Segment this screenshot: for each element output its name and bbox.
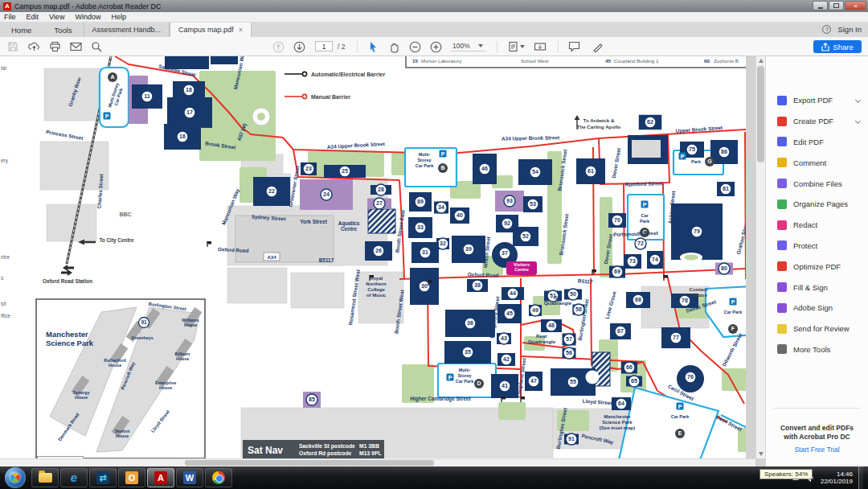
title-bar[interactable]: A Campus map.pdf - Adobe Acrobat Reader …	[0, 0, 868, 12]
share-button[interactable]: Share	[813, 40, 862, 53]
clock[interactable]: 14:46 22/01/2019	[821, 471, 853, 485]
next-page-icon[interactable]	[293, 40, 305, 53]
highlight-pen-icon[interactable]	[592, 40, 604, 53]
hand-tool-icon[interactable]	[387, 40, 400, 53]
chevron-down-icon[interactable]	[855, 97, 861, 103]
zoom-out-icon[interactable]	[408, 40, 421, 53]
panel-item-edit-pdf[interactable]: Edit PDF	[766, 132, 868, 153]
map-label: Car Park	[456, 379, 475, 384]
panel-item-fill-sign[interactable]: Fill & Sign	[766, 277, 868, 298]
panel-item-protect[interactable]: Protect	[766, 236, 868, 257]
pdf-page-campus-map[interactable]: 1118171622232524282726893440333231393037…	[0, 56, 746, 466]
page-total-label: / 2	[338, 43, 345, 51]
taskbar-app-internet-explorer[interactable]: e	[60, 468, 88, 487]
place-label-oxford-road-station: Oxford Road Station	[43, 278, 92, 284]
email-icon[interactable]	[69, 40, 82, 53]
tab-home[interactable]: Home	[0, 23, 43, 37]
menu-file[interactable]: File	[4, 13, 16, 21]
legend-manual-barrier: Manual Barrier	[311, 94, 350, 100]
chrome-icon	[212, 471, 225, 484]
horizontal-scrollbar[interactable]	[0, 458, 755, 466]
maximize-button[interactable]	[829, 1, 844, 10]
building-number-18: 18	[186, 87, 192, 92]
building-number-39: 39	[465, 246, 472, 252]
sign-in-button[interactable]: Sign In	[837, 25, 862, 34]
taskbar-app-acrobat-reader[interactable]: A	[147, 468, 174, 487]
building-number-30: 30	[421, 283, 428, 289]
taskbar-app-explorer[interactable]	[31, 468, 59, 487]
sync-tool-icon: ⇄	[96, 471, 109, 484]
redact-icon	[777, 220, 787, 230]
panel-item-export-pdf[interactable]: Export PDF	[766, 90, 868, 111]
tab-tools[interactable]: Tools	[43, 23, 83, 37]
panel-item-combine-files[interactable]: Combine Files	[766, 173, 868, 194]
minimize-button[interactable]	[813, 1, 828, 10]
panel-item-more-tools[interactable]: More Tools	[766, 339, 868, 360]
show-desktop-button[interactable]	[858, 466, 863, 489]
previous-page-icon[interactable]	[272, 40, 285, 53]
close-button[interactable]: ×	[845, 1, 866, 10]
search-icon[interactable]	[90, 40, 103, 53]
help-icon[interactable]: ?	[822, 25, 831, 34]
building-number-69: 69	[614, 269, 620, 274]
menu-view[interactable]: View	[49, 13, 64, 21]
panel-item-label: Redact	[793, 220, 817, 229]
menu-edit[interactable]: Edit	[27, 13, 39, 21]
place-label-rear-quadrangle: Quadrangle	[528, 339, 556, 344]
pdf-viewer[interactable]: 1118171622232524282726893440333231393037…	[0, 56, 765, 466]
panel-item-adobe-sign[interactable]: Adobe Sign	[766, 298, 868, 318]
index-name-zochonis-b: Zochonis B	[714, 58, 739, 64]
upload-cloud-icon[interactable]	[27, 40, 40, 53]
car-park-p-icon: P	[681, 154, 685, 159]
taskbar-app-chrome[interactable]	[205, 468, 232, 487]
scroll-up-arrow[interactable]	[759, 59, 764, 63]
print-icon[interactable]	[48, 40, 61, 53]
select-tool-icon[interactable]	[366, 40, 379, 53]
panel-item-optimize-pdf[interactable]: Optimize PDF	[766, 256, 868, 277]
create-pdf-icon	[777, 117, 787, 126]
doc-tab-campus-map-pdf[interactable]: Campus map.pdf×	[170, 23, 252, 37]
map-label: Park	[640, 219, 650, 224]
panel-item-send-for-review[interactable]: Send for Review	[766, 318, 868, 339]
index-num: 60	[704, 58, 710, 64]
fit-page-chevron-icon[interactable]	[519, 40, 526, 53]
zoom-in-icon[interactable]	[429, 40, 442, 53]
taskbar-app-outlook[interactable]: O	[118, 468, 145, 487]
fit-page-icon[interactable]	[506, 40, 519, 53]
doc-tab-assessment-handb[interactable]: Assessment Handb...	[84, 23, 170, 37]
taskbar-app-sync-tool[interactable]: ⇄	[89, 468, 117, 487]
start-button[interactable]	[5, 467, 26, 488]
building-number-68: 68	[635, 297, 641, 302]
panel-item-organize-pages[interactable]: Organize Pages	[766, 194, 868, 215]
car-park-p-icon: P	[731, 299, 735, 305]
building-number-43: 43	[501, 335, 507, 341]
panel-item-redact[interactable]: Redact	[766, 215, 868, 236]
menu-help[interactable]: Help	[111, 13, 126, 21]
page-number-input[interactable]: 1	[315, 41, 333, 51]
map-label: Multi-	[459, 368, 471, 372]
fit-width-icon[interactable]	[534, 40, 547, 53]
start-free-trial-link[interactable]: Start Free Trial	[766, 446, 868, 454]
save-icon[interactable]	[6, 40, 19, 53]
menu-window[interactable]: Window	[75, 13, 100, 21]
panel-item-comment[interactable]: Comment	[766, 152, 868, 173]
building-number-67: 67	[617, 328, 624, 334]
building-number-57: 57	[566, 336, 572, 342]
panel-item-create-pdf[interactable]: Create PDF	[766, 111, 868, 132]
place-label-rncm: College	[367, 287, 385, 292]
building-number-31: 31	[422, 249, 428, 255]
comment-icon[interactable]	[567, 40, 580, 53]
panel-item-label: Export PDF	[793, 96, 833, 105]
building-number-55: 55	[570, 379, 576, 384]
car-park-letter-b: B	[440, 165, 444, 171]
building-number-53: 53	[530, 201, 536, 207]
zoom-level-dropdown[interactable]: 100%	[450, 41, 485, 51]
sat-nav-road: Oxford Rd postcode	[299, 450, 352, 457]
chevron-down-icon[interactable]	[855, 118, 861, 124]
vertical-scrollbar[interactable]	[755, 56, 765, 458]
building-number-92: 92	[504, 220, 510, 226]
scroll-down-arrow[interactable]	[759, 452, 764, 456]
inset-house-greenheys: Greenheys	[131, 335, 153, 340]
taskbar-app-word[interactable]: W	[176, 468, 203, 487]
close-tab-icon[interactable]: ×	[239, 26, 243, 34]
